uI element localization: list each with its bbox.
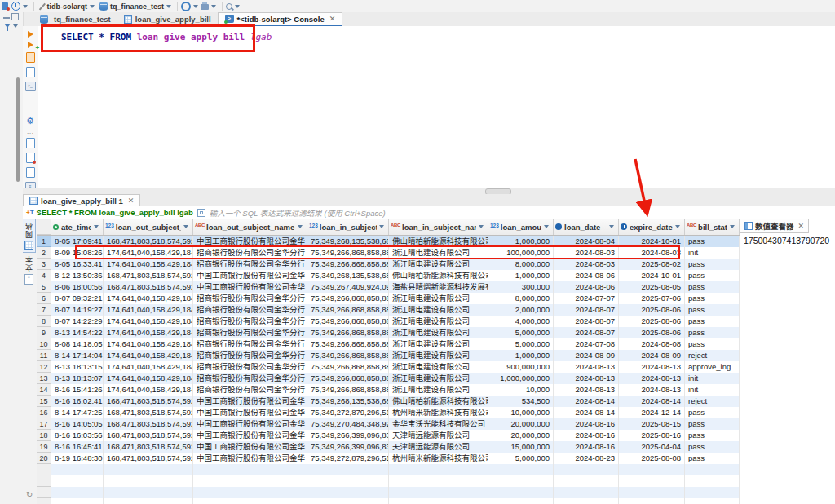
grid-cell[interactable]: 75,349,270,484,348,928 xyxy=(307,418,389,430)
filter-input[interactable]: 输入一个 SQL 表达式来过滤结果 (使用 Ctrl+Space) xyxy=(210,207,386,219)
sort-caret[interactable] xyxy=(379,225,384,228)
edit-connection-icon[interactable] xyxy=(39,2,46,9)
grid-cell[interactable]: 2024-08-06 xyxy=(554,281,619,293)
row-number[interactable]: 19 xyxy=(37,441,51,453)
grid-cell[interactable]: 2025-08-02 xyxy=(619,259,685,270)
grid-cell[interactable]: 174,641,040,158,429,184 xyxy=(104,316,193,327)
grid-cell[interactable]: 8-19 16:48:30 xyxy=(51,453,104,464)
row-number[interactable]: 7 xyxy=(37,304,51,316)
grid-cell[interactable]: 2024-08-06 xyxy=(554,270,619,281)
grid-cell[interactable]: 8-16 15:41:26 xyxy=(51,384,104,396)
grid-cell[interactable] xyxy=(307,487,389,498)
grid-cell[interactable]: 2024-08-13 xyxy=(554,384,619,396)
grid-cell[interactable]: 2025-08-08 xyxy=(619,453,685,464)
grid-cell[interactable]: 2025-08-05 xyxy=(619,281,685,293)
row-number[interactable]: 5 xyxy=(37,281,51,293)
grid-cell[interactable] xyxy=(685,475,740,487)
filter-caret[interactable] xyxy=(13,24,18,28)
grid-cell[interactable]: 100,000,000 xyxy=(488,247,554,259)
grid-cell[interactable]: 8-05 16:33:41 xyxy=(51,259,104,270)
grid-cell[interactable]: 2025-07-06 xyxy=(619,293,685,304)
row-number[interactable]: 2 xyxy=(37,247,51,259)
grid-cell[interactable] xyxy=(193,475,307,487)
grid-cell[interactable]: 2,000,000 xyxy=(488,304,554,316)
grid-cell[interactable] xyxy=(619,464,685,475)
table-row[interactable] xyxy=(37,487,740,498)
grid-cell[interactable]: 佛山晴柏新能源科技有限公司 xyxy=(389,396,488,407)
sort-caret[interactable] xyxy=(675,225,680,228)
execute-statement-icon[interactable] xyxy=(28,31,33,38)
grid-cell[interactable]: 8,000,000 xyxy=(488,293,554,304)
grid-cell[interactable]: 浙江晴电建设有限公司 xyxy=(389,327,488,338)
row-number[interactable]: 18 xyxy=(37,430,51,441)
grid-cell[interactable]: 杭州晴米新能源科技有限公司 xyxy=(389,407,488,418)
grid-cell[interactable]: 8-06 18:00:56 xyxy=(51,281,104,293)
grid-cell[interactable]: 8-05 17:09:41 xyxy=(51,236,104,247)
grid-cell[interactable]: 海盐县晴熠新能源科技发展有 xyxy=(389,281,488,293)
grid-cell[interactable]: 75,349,266,868,858,880 xyxy=(307,373,389,384)
grid-cell[interactable]: 75,349,266,868,858,880 xyxy=(307,350,389,361)
column-header-loan_in_subject_name[interactable]: ABCloan_in_subject_name xyxy=(389,219,488,235)
grid-cell[interactable]: 2024-08-14 xyxy=(554,407,619,418)
grid-cell[interactable]: 174,641,040,158,429,184 xyxy=(104,259,193,270)
view-tab-grid[interactable]: 网格 xyxy=(23,219,36,253)
grid-cell[interactable] xyxy=(488,487,554,498)
grid-cell[interactable]: pass xyxy=(685,281,740,293)
grid-cell[interactable]: 2025-08-15 xyxy=(619,418,685,430)
grid-cell[interactable]: 75,349,272,879,296,512 xyxy=(307,453,389,464)
grid-cell[interactable]: 75,349,266,868,858,880 xyxy=(307,259,389,270)
row-number[interactable]: 1 xyxy=(37,236,51,247)
grid-cell[interactable]: 75,349,272,879,296,512 xyxy=(307,407,389,418)
row-number[interactable]: 3 xyxy=(37,259,51,270)
table-row[interactable] xyxy=(37,464,740,475)
sql-terminal-icon[interactable]: >_ xyxy=(25,82,36,91)
grid-cell[interactable]: 中国工商银行股份有限公司金华 xyxy=(193,281,307,293)
grid-cell[interactable]: 2025-08-06 xyxy=(619,304,685,316)
grid-cell[interactable]: 招商银行股份有限公司金华分行 xyxy=(193,338,307,350)
grid-cell[interactable]: 2024-08-14 xyxy=(554,396,619,407)
table-row[interactable]: 88-07 14:22:29174,641,040,158,429,184招商银… xyxy=(37,316,740,327)
grid-cell[interactable]: 168,471,803,518,574,592 xyxy=(104,407,193,418)
column-header-loan_amount[interactable]: 123loan_amount xyxy=(488,219,554,235)
row-number[interactable]: 6 xyxy=(37,293,51,304)
grid-cell[interactable]: 中国工商银行股份有限公司金华 xyxy=(193,418,307,430)
grid-cell[interactable]: 15,000,000 xyxy=(488,441,554,453)
scrollbar-thumb[interactable] xyxy=(16,77,20,182)
more-icon[interactable]: … xyxy=(27,129,34,134)
database-caret[interactable] xyxy=(166,5,171,8)
grid-cell[interactable]: 75,349,268,135,538,688 xyxy=(307,236,389,247)
connection-selector[interactable]: tidb-solarqt xyxy=(47,2,88,11)
grid-cell[interactable]: 174,641,040,158,429,184 xyxy=(104,247,193,259)
grid-cell[interactable]: pass xyxy=(685,453,740,464)
grid-cell[interactable]: 2024-07-07 xyxy=(554,293,619,304)
grid-cell[interactable]: 2024-10-01 xyxy=(619,236,685,247)
minimize-icon[interactable] xyxy=(3,17,10,19)
sort-caret[interactable] xyxy=(730,225,735,228)
row-number[interactable]: 8 xyxy=(37,316,51,327)
grid-cell[interactable]: 天津晴远能源有限公司 xyxy=(389,430,488,441)
grid-cell[interactable]: 8-13 18:13:15 xyxy=(51,361,104,373)
grid-cell[interactable] xyxy=(104,487,193,498)
expand-filter-icon[interactable] xyxy=(197,209,205,217)
grid-cell[interactable]: 2024-07-08 xyxy=(554,338,619,350)
grid-corner-cell[interactable] xyxy=(37,219,51,235)
grid-cell[interactable]: 浙江晴电建设有限公司 xyxy=(389,304,488,316)
grid-cell[interactable]: 2024-08-13 xyxy=(619,361,685,373)
grid-cell[interactable]: 8-16 16:02:41 xyxy=(51,396,104,407)
grid-cell[interactable] xyxy=(554,464,619,475)
grid-cell[interactable]: 中国工商银行股份有限公司金华 xyxy=(193,441,307,453)
grid-cell[interactable] xyxy=(554,487,619,498)
restore-icon[interactable] xyxy=(11,13,19,20)
grid-cell[interactable]: 招商银行股份有限公司金华分行 xyxy=(193,259,307,270)
table-row[interactable]: 48-12 13:50:36168,471,803,518,574,592中国工… xyxy=(37,270,740,281)
grid-cell[interactable]: 75,349,266,868,858,880 xyxy=(307,338,389,350)
grid-cell[interactable]: 招商银行股份有限公司金华分行 xyxy=(193,350,307,361)
value-viewer-value[interactable]: 175004307413790720 xyxy=(740,233,835,248)
grid-cell[interactable]: 浙江晴电建设有限公司 xyxy=(389,259,488,270)
transaction-mode-icon[interactable] xyxy=(181,2,191,11)
grid-cell[interactable]: 174,641,040,158,429,184 xyxy=(104,338,193,350)
database-selector[interactable]: tq_finance_test xyxy=(110,2,164,11)
tab-loan-give-apply-bill[interactable]: loan_give_apply_bill xyxy=(117,13,218,26)
filter-icon[interactable] xyxy=(4,24,11,31)
grid-cell[interactable]: 75,349,266,399,096,832 xyxy=(307,441,389,453)
